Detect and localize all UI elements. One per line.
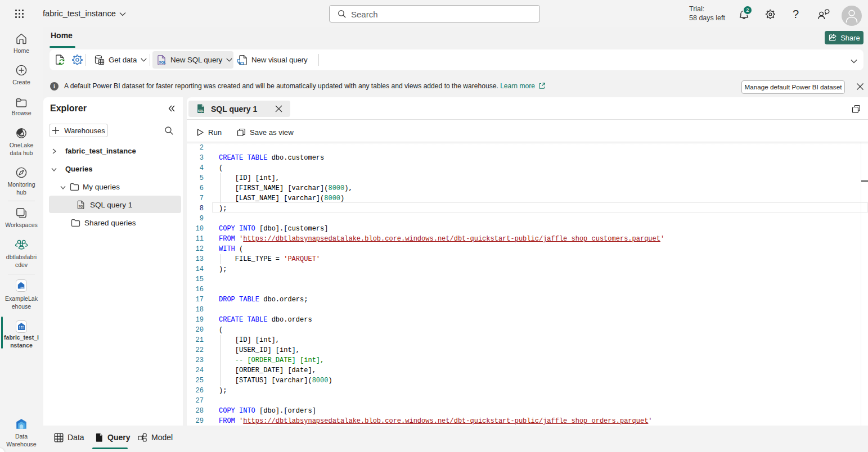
svg-text:SQL: SQL [198, 110, 204, 112]
svg-text:SQL: SQL [159, 60, 167, 64]
svg-text:SQL: SQL [79, 205, 84, 208]
